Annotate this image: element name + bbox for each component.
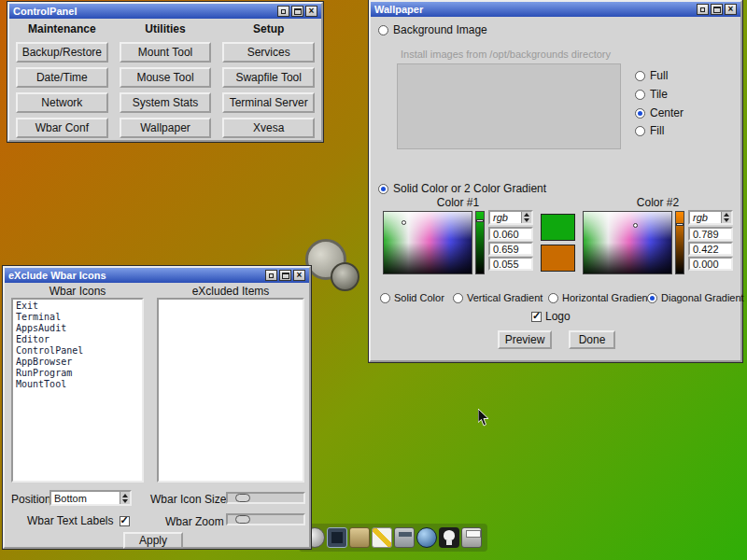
logo-checkbox-row[interactable]: Logo	[531, 310, 571, 323]
maximize-button[interactable]	[291, 6, 303, 17]
radio-icon	[453, 293, 463, 303]
iconify-button[interactable]	[265, 270, 277, 281]
position-dropdown[interactable]: Bottom	[49, 490, 132, 506]
color2-g-input[interactable]: 0.422	[688, 242, 733, 256]
xvesa-button[interactable]: Xvesa	[222, 118, 315, 138]
wbar-text-labels-label: Wbar Text Labels	[27, 514, 114, 527]
close-button[interactable]: ×	[293, 270, 305, 281]
editor-icon[interactable]	[372, 527, 392, 548]
excluded-items-list[interactable]	[157, 298, 304, 483]
color2-mode-dropdown[interactable]: rgb	[688, 210, 733, 225]
app-browser-icon[interactable]	[416, 527, 437, 548]
wallpaper-button[interactable]: Wallpaper	[120, 118, 212, 138]
section-header-maintenance: Maintenance	[16, 21, 108, 37]
solid-gradient-radio[interactable]: Solid Color or 2 Color Gradient	[378, 182, 546, 195]
close-button[interactable]: ×	[725, 4, 737, 15]
apps-audit-icon[interactable]	[349, 527, 370, 548]
gradient-radio-vertical[interactable]: Vertical Gradient	[453, 292, 543, 303]
gradient-radio-solid[interactable]: Solid Color	[380, 292, 444, 303]
radio-icon	[548, 293, 558, 303]
mouse-tool-button[interactable]: Mouse Tool	[120, 67, 212, 88]
radio-icon	[635, 108, 645, 119]
gradient-radio-horizontal[interactable]: Horizontal Gradient	[548, 292, 651, 303]
placement-label: Fill	[650, 124, 664, 137]
background-image-radio[interactable]: Background Image	[378, 23, 487, 36]
list-item[interactable]: AppsAudit	[16, 323, 139, 334]
mount-tool-button[interactable]: Mount Tool	[120, 42, 212, 63]
color1-picker-field[interactable]	[383, 211, 472, 274]
spinner-arrows-icon[interactable]	[120, 492, 130, 504]
install-hint-text: Install images from /opt/backgrounds dir…	[401, 49, 611, 60]
list-item[interactable]: MountTool	[16, 379, 139, 390]
placement-radio-full[interactable]: Full	[635, 69, 668, 82]
color1-mode-dropdown[interactable]: rgb	[488, 210, 533, 225]
placement-radio-tile[interactable]: Tile	[635, 88, 668, 101]
done-button[interactable]: Done	[569, 330, 615, 349]
maximize-icon	[294, 8, 302, 15]
color2-value-slider[interactable]	[675, 211, 684, 274]
system-stats-button[interactable]: System Stats	[120, 92, 212, 113]
wbar-icon-size-slider[interactable]	[226, 492, 305, 504]
radio-icon	[378, 184, 388, 194]
maximize-icon	[713, 7, 721, 13]
preview-button[interactable]: Preview	[498, 330, 552, 349]
spinner-arrows-icon[interactable]	[521, 212, 531, 223]
terminal-icon[interactable]	[327, 527, 347, 548]
solid-gradient-label: Solid Color or 2 Color Gradient	[393, 182, 546, 195]
control-panel-icon[interactable]	[394, 527, 415, 548]
maximize-button[interactable]	[279, 270, 291, 281]
control-panel-titlebar[interactable]: ControlPanel ×	[9, 4, 321, 19]
maximize-icon	[282, 273, 289, 279]
wbar-icons-header: Wbar Icons	[11, 285, 144, 298]
wbar-conf-titlebar[interactable]: eXclude Wbar Icons ×	[5, 268, 309, 283]
gradient-radio-diagonal[interactable]: Diagonal Gradient	[647, 292, 744, 303]
list-item[interactable]: RunProgram	[16, 368, 139, 379]
close-button[interactable]: ×	[305, 6, 317, 17]
color1-g-input[interactable]: 0.659	[488, 242, 533, 256]
backup-restore-button[interactable]: Backup/Restore	[16, 42, 108, 63]
placement-radio-center[interactable]: Center	[635, 106, 684, 119]
slider-handle[interactable]	[235, 494, 250, 502]
close-icon: ×	[309, 7, 315, 16]
iconify-button[interactable]	[277, 6, 289, 17]
wbar-zoom-slider[interactable]	[226, 513, 305, 525]
gradient-label: Horizontal Gradient	[562, 292, 651, 303]
apply-button[interactable]: Apply	[123, 532, 183, 549]
spinner-arrows-icon[interactable]	[721, 212, 731, 223]
color2-b-input[interactable]: 0.000	[688, 257, 733, 271]
color2-r-input[interactable]: 0.789	[688, 227, 733, 241]
swapfile-tool-button[interactable]: Swapfile Tool	[222, 67, 315, 88]
color1-swatch	[541, 214, 575, 241]
wbar-text-labels-row[interactable]: Wbar Text Labels	[27, 514, 130, 527]
color1-b-input[interactable]: 0.055	[488, 257, 533, 271]
list-item[interactable]: Exit	[16, 301, 139, 312]
placement-radio-fill[interactable]: Fill	[635, 124, 664, 137]
list-item[interactable]: Editor	[16, 334, 139, 345]
wbar-icons-list[interactable]: Exit Terminal AppsAudit Editor ControlPa…	[11, 298, 144, 483]
color1-r-input[interactable]: 0.060	[488, 227, 533, 241]
logo-checkbox[interactable]	[531, 312, 542, 322]
maximize-button[interactable]	[711, 4, 723, 15]
list-item[interactable]: AppBrowser	[16, 357, 139, 368]
wallpaper-titlebar[interactable]: Wallpaper ×	[371, 2, 740, 17]
list-item[interactable]: ControlPanel	[16, 345, 139, 357]
terminal-server-button[interactable]: Terminal Server	[222, 92, 315, 113]
window-wbar-conf: eXclude Wbar Icons × Wbar Icons eXcluded…	[3, 266, 311, 549]
wbar-text-labels-checkbox[interactable]	[120, 516, 130, 526]
wbar-conf-button[interactable]: Wbar Conf	[16, 118, 108, 138]
list-item[interactable]: Terminal	[16, 312, 139, 323]
wbar-icon-size-label: Wbar Icon Size	[150, 493, 226, 506]
slider-handle[interactable]	[235, 515, 250, 524]
mount-tool-icon[interactable]	[461, 527, 482, 548]
color1-value-slider[interactable]	[475, 211, 485, 274]
services-button[interactable]: Services	[222, 42, 315, 63]
color2-picker-field[interactable]	[583, 211, 672, 274]
iconify-button[interactable]	[697, 4, 709, 15]
date-time-button[interactable]: Date/Time	[16, 67, 108, 88]
run-program-icon[interactable]	[439, 527, 459, 548]
network-button[interactable]: Network	[16, 92, 108, 113]
background-image-label: Background Image	[393, 23, 487, 36]
color2-label: Color #2	[583, 196, 733, 209]
window-control-panel: ControlPanel × Maintenance Backup/Restor…	[7, 2, 323, 142]
wbar-dock	[299, 524, 487, 552]
